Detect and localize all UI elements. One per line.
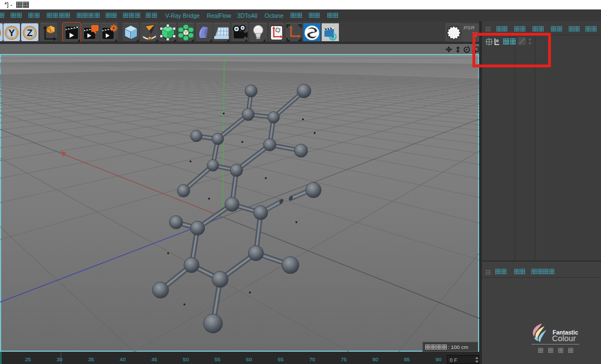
svg-text:Z: Z (27, 28, 32, 38)
svg-text:Y: Y (8, 28, 15, 38)
